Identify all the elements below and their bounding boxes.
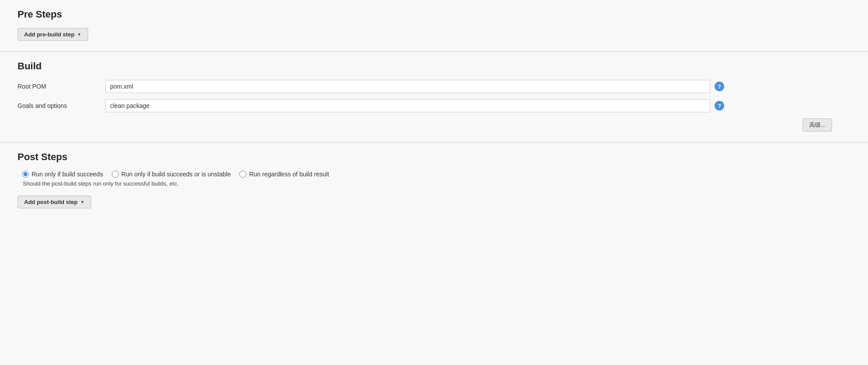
root-pom-input[interactable] [105,80,710,93]
radio-run-always-input[interactable] [239,171,246,178]
goals-and-options-label: Goals and options [18,102,105,109]
add-post-build-step-button[interactable]: Add post-build step ▼ [18,196,91,208]
build-title: Build [18,61,850,72]
root-pom-label: Root POM [18,83,105,90]
build-section: Build Root POM ? Goals and options ? 高级.… [0,52,868,142]
radio-run-unstable-label: Run only if build succeeds or is unstabl… [121,171,231,178]
radio-run-unstable[interactable]: Run only if build succeeds or is unstabl… [112,171,231,178]
pre-steps-section: Pre Steps Add pre-build step ▼ [0,0,868,51]
root-pom-input-wrap: ? [105,80,850,93]
radio-group: Run only if build succeeds Run only if b… [22,171,850,178]
add-post-build-step-label: Add post-build step [24,199,78,205]
main-container: Pre Steps Add pre-build step ▼ Build Roo… [0,0,868,219]
root-pom-row: Root POM ? [18,80,850,93]
goals-and-options-input[interactable] [105,99,710,112]
goals-and-options-input-wrap: ? [105,99,850,112]
goals-help-icon[interactable]: ? [715,101,724,111]
advanced-button[interactable]: 高级... [803,118,832,132]
post-steps-section: Post Steps Run only if build succeeds Ru… [0,143,868,219]
advanced-btn-row: 高级... [18,118,850,132]
post-steps-title: Post Steps [18,151,850,163]
add-pre-build-step-label: Add pre-build step [24,31,75,38]
pre-steps-title: Pre Steps [18,9,850,20]
radio-run-success[interactable]: Run only if build succeeds [22,171,103,178]
add-post-build-step-arrow: ▼ [80,200,85,204]
add-pre-build-step-button[interactable]: Add pre-build step ▼ [18,28,88,41]
goals-and-options-row: Goals and options ? [18,99,850,112]
add-post-step-row: Add post-build step ▼ [18,196,850,208]
post-steps-content: Run only if build succeeds Run only if b… [18,171,850,187]
radio-run-success-input[interactable] [22,171,29,178]
root-pom-help-icon[interactable]: ? [715,82,724,91]
add-pre-build-step-arrow: ▼ [77,32,82,37]
radio-run-unstable-input[interactable] [112,171,119,178]
radio-run-always-label: Run regardless of build result [249,171,329,178]
post-steps-description: Should the post-build steps run only for… [23,180,850,187]
radio-run-success-label: Run only if build succeeds [32,171,103,178]
radio-run-always[interactable]: Run regardless of build result [239,171,329,178]
